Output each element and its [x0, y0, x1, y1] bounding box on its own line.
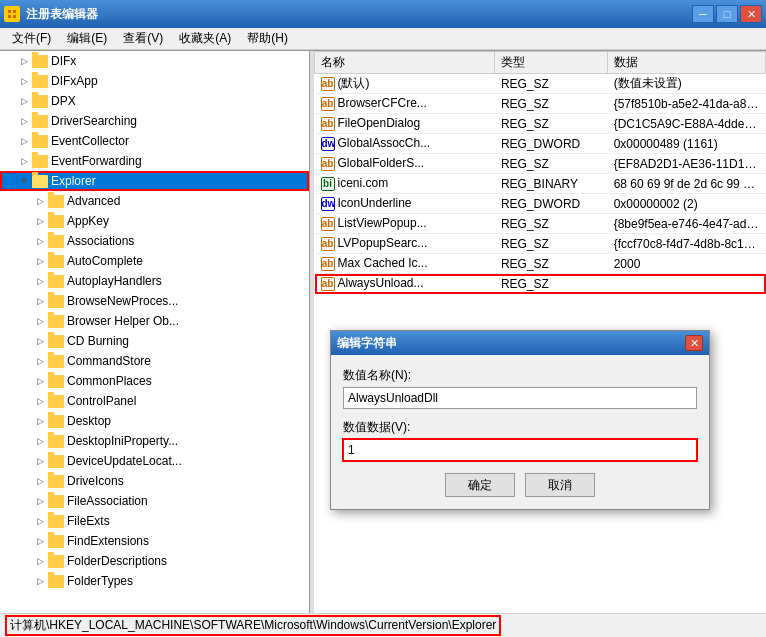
- name-field-group: 数值名称(N):: [343, 367, 697, 409]
- dialog-body: 数值名称(N): 数值数据(V): 确定 取消: [331, 355, 709, 509]
- dialog-close-button[interactable]: ✕: [685, 335, 703, 351]
- dialog-title-bar: 编辑字符串 ✕: [331, 331, 709, 355]
- data-label: 数值数据(V):: [343, 419, 697, 436]
- dialog-title: 编辑字符串: [337, 335, 397, 352]
- name-input[interactable]: [343, 387, 697, 409]
- name-label: 数值名称(N):: [343, 367, 697, 384]
- dialog-buttons: 确定 取消: [343, 473, 697, 497]
- dialog-overlay: 编辑字符串 ✕ 数值名称(N): 数值数据(V): 确定 取消: [0, 0, 766, 637]
- edit-string-dialog: 编辑字符串 ✕ 数值名称(N): 数值数据(V): 确定 取消: [330, 330, 710, 510]
- cancel-button[interactable]: 取消: [525, 473, 595, 497]
- data-field-group: 数值数据(V):: [343, 419, 697, 461]
- ok-button[interactable]: 确定: [445, 473, 515, 497]
- data-input[interactable]: [343, 439, 697, 461]
